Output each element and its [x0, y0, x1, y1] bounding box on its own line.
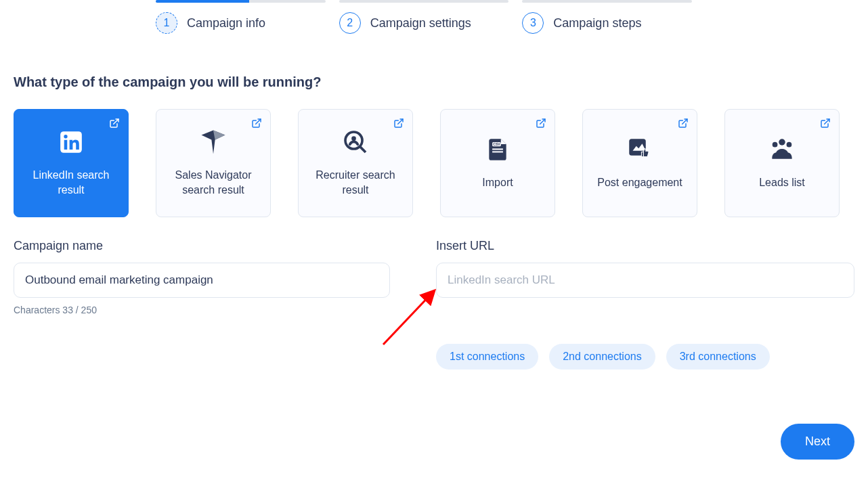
campaign-name-label: Campaign name [14, 239, 390, 253]
step-label: Campaign info [187, 16, 265, 30]
svg-point-16 [779, 139, 785, 146]
external-link-icon [393, 118, 404, 131]
svg-rect-10 [492, 149, 503, 150]
card-leads-list[interactable]: Leads list [724, 109, 840, 217]
external-link-icon [678, 118, 689, 131]
card-label: Leads list [759, 175, 805, 190]
wizard-stepper: 1 Campaign info 2 Campaign settings 3 Ca… [14, 0, 854, 34]
insert-url-input[interactable] [436, 263, 854, 298]
step-number-badge: 3 [522, 12, 544, 34]
external-link-icon [251, 118, 262, 131]
svg-point-6 [351, 137, 356, 141]
step-progress-track [339, 0, 509, 3]
card-sales-navigator[interactable]: Sales Navigator search result [156, 109, 271, 217]
svg-rect-14 [641, 152, 643, 157]
step-campaign-settings[interactable]: 2 Campaign settings [339, 0, 509, 34]
svg-point-18 [787, 142, 792, 148]
svg-text:CSV: CSV [493, 142, 500, 146]
card-label: Recruiter search result [305, 168, 406, 197]
insert-url-label: Insert URL [436, 239, 854, 253]
external-link-icon [536, 118, 546, 131]
svg-line-5 [360, 147, 366, 152]
svg-line-2 [256, 119, 261, 124]
step-progress-track [156, 0, 326, 3]
form-row: Campaign name Characters 33 / 250 Insert… [14, 239, 854, 370]
step-progress-fill [156, 0, 249, 3]
step-progress-track [522, 0, 692, 3]
step-number-badge: 2 [339, 12, 361, 34]
chip-1st-connections[interactable]: 1st connections [436, 344, 538, 370]
chip-2nd-connections[interactable]: 2nd connections [549, 344, 655, 370]
svg-line-15 [825, 119, 829, 124]
card-label: LinkedIn search result [21, 168, 121, 197]
people-icon [767, 136, 797, 163]
compass-icon [199, 129, 227, 156]
magnify-person-icon [342, 129, 369, 156]
card-linkedin-search[interactable]: LinkedIn search result [14, 109, 129, 217]
campaign-name-input[interactable] [14, 263, 390, 298]
step-label: Campaign steps [553, 16, 641, 30]
svg-line-7 [540, 119, 545, 124]
footer-actions: Next [14, 424, 854, 460]
external-link-icon [109, 118, 120, 131]
next-button[interactable]: Next [781, 424, 854, 460]
svg-line-0 [114, 119, 118, 124]
step-label: Campaign settings [370, 16, 471, 30]
insert-url-column: Insert URL 1st connections 2nd connectio… [436, 239, 854, 370]
svg-point-17 [773, 142, 778, 148]
card-post-engagement[interactable]: Post engagement [582, 109, 697, 217]
campaign-name-column: Campaign name Characters 33 / 250 [14, 239, 390, 370]
svg-line-20 [383, 292, 433, 344]
connection-filter-chips: 1st connections 2nd connections 3rd conn… [436, 344, 854, 370]
campaign-type-cards: LinkedIn search result Sales Navigator s… [14, 109, 854, 217]
post-thumb-icon [626, 136, 654, 163]
char-counter: Characters 33 / 250 [14, 305, 390, 315]
step-number-badge: 1 [156, 12, 177, 34]
chip-3rd-connections[interactable]: 3rd connections [666, 344, 770, 370]
csv-file-icon: CSV [485, 136, 511, 163]
step-campaign-steps[interactable]: 3 Campaign steps [522, 0, 692, 34]
svg-rect-11 [492, 152, 503, 153]
svg-line-12 [682, 119, 687, 124]
section-heading: What type of the campaign you will be ru… [14, 74, 854, 90]
card-label: Import [482, 175, 513, 190]
card-label: Post engagement [597, 175, 682, 190]
card-label: Sales Navigator search result [163, 168, 263, 197]
external-link-icon [820, 118, 831, 131]
step-campaign-info[interactable]: 1 Campaign info [156, 0, 326, 34]
svg-line-3 [398, 119, 403, 124]
linkedin-icon [58, 129, 84, 156]
card-recruiter[interactable]: Recruiter search result [298, 109, 413, 217]
card-import[interactable]: CSV Import [440, 109, 555, 217]
